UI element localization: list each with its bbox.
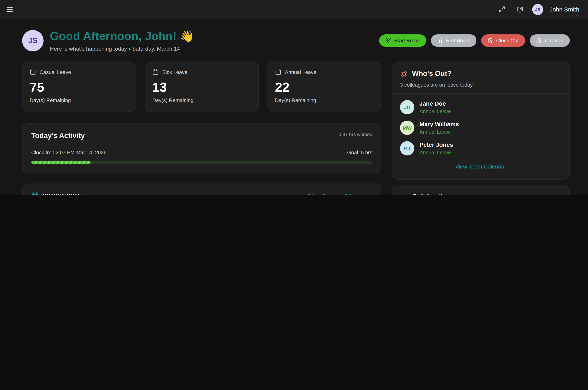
display-settings-button[interactable] (514, 3, 526, 15)
calendar-icon (275, 69, 281, 75)
utensils-crossed-icon (385, 38, 391, 44)
time-actions: Start Break End Break Clock Out (379, 34, 570, 47)
list-item: JD Jane Doe Annual Leave (400, 100, 561, 114)
utensils-icon (437, 38, 443, 44)
activity-progress (31, 161, 372, 164)
hamburger-icon (6, 5, 14, 13)
calendar-icon (30, 69, 36, 75)
schedule-hours-title: Various Hours (308, 192, 372, 195)
whos-out-subtitle: 3 colleagues are on leave today (400, 82, 561, 88)
app-window: JS John Smith JS Good Afternoon, John! 👋… (0, 0, 588, 195)
leave-balance-row: Casual Leave 75 Day(s) Remaining Sick Le… (22, 62, 381, 111)
casual-leave-card: Casual Leave 75 Day(s) Remaining (22, 62, 136, 111)
clock-in-icon (536, 38, 542, 44)
clock-out-button[interactable]: Clock Out (481, 34, 525, 47)
whos-out-card: Who's Out? 3 colleagues are on leave tod… (392, 62, 570, 180)
fullscreen-button[interactable] (496, 3, 508, 15)
leave-type-badge: Annual Leave (420, 129, 459, 135)
start-break-button[interactable]: Start Break (379, 34, 426, 47)
topbar: JS John Smith (0, 0, 588, 19)
plane-icon (400, 70, 408, 78)
sick-leave-card: Sick Leave 13 Day(s) Remaining (145, 62, 259, 111)
user-name: John Smith (550, 6, 579, 13)
celebrations-card: Celebrations PJ Peter Jones Birthday • M… (392, 186, 570, 195)
maximize-icon (499, 6, 505, 13)
leave-days-value: 22 (275, 80, 374, 95)
clock-in-time: Clock In: 02:07 PM Mar 14, 2026 (31, 149, 107, 155)
calendar-clock-icon (31, 192, 39, 195)
goal-hours: Goal: 5 hrs (347, 149, 372, 155)
my-schedule-card: MY SCHEDULE Various Hours Custom timings (22, 184, 381, 195)
todays-activity-card: Today's Activity 0.87 hrs worked Clock I… (22, 123, 381, 174)
whos-out-title: Who's Out? (412, 70, 452, 78)
avatar: MW (400, 121, 414, 135)
clock-out-icon (487, 38, 493, 44)
page-subtitle: Here is what's happening today • Saturda… (50, 46, 194, 52)
end-break-button[interactable]: End Break (431, 34, 477, 47)
monitor-gear-icon (516, 6, 524, 13)
menu-button[interactable] (4, 3, 17, 16)
user-avatar[interactable]: JS (532, 4, 543, 15)
activity-title: Today's Activity (31, 132, 85, 140)
main-content: JS Good Afternoon, John! 👋 Here is what'… (0, 19, 588, 195)
list-item: PJ Peter Jones Annual Leave (400, 141, 561, 155)
calendar-icon (152, 69, 159, 75)
hours-worked: 0.87 hrs worked (338, 132, 372, 137)
leave-type-badge: Annual Leave (420, 108, 451, 114)
celebrations-title: Celebrations (412, 193, 455, 195)
leave-days-value: 13 (152, 80, 251, 95)
list-item: MW Mary Williams Annual Leave (400, 121, 561, 135)
clock-in-button[interactable]: Clock In (530, 34, 570, 47)
view-team-calendar-link[interactable]: View Team Calendar (400, 163, 561, 170)
avatar: JD (400, 100, 414, 114)
annual-leave-card: Annual Leave 22 Day(s) Remaining (267, 62, 381, 111)
leave-type-badge: Annual Leave (420, 149, 453, 155)
page-title: Good Afternoon, John! 👋 (50, 29, 194, 43)
greeting-avatar: JS (22, 30, 44, 51)
leave-days-value: 75 (30, 80, 129, 95)
party-popper-icon (400, 193, 408, 195)
avatar: PJ (400, 141, 414, 155)
